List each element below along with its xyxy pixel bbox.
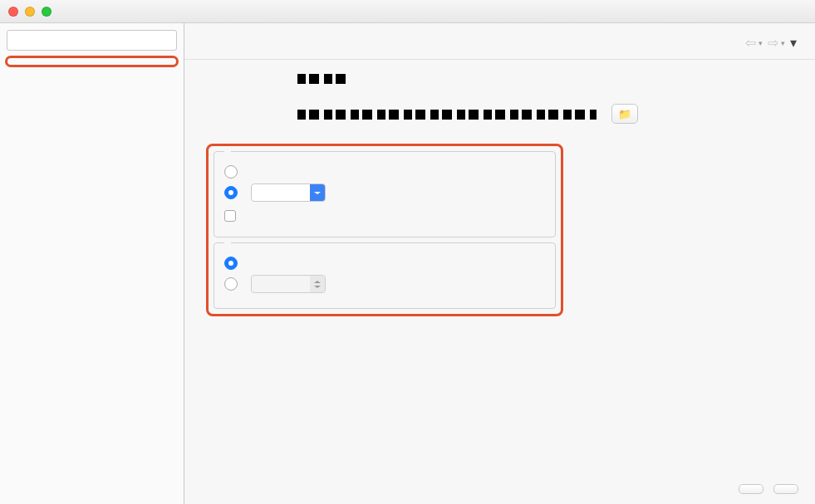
encoding-group: [214, 151, 556, 237]
updown-icon: [310, 276, 325, 292]
sidebar: [0, 23, 184, 504]
minimize-window-button[interactable]: [25, 7, 35, 17]
settings-highlight-box: [206, 144, 563, 316]
encoding-other-radio[interactable]: [224, 186, 238, 199]
titlebar: [0, 0, 815, 23]
apply-button[interactable]: [773, 484, 798, 494]
back-icon[interactable]: ⇦: [745, 35, 756, 51]
delimiter-group: [214, 242, 556, 309]
encoding-select[interactable]: [251, 183, 326, 202]
folder-arrow-icon: 📁: [618, 108, 631, 120]
chevron-down-icon: [310, 184, 325, 201]
restore-defaults-button[interactable]: [739, 484, 763, 494]
store-derived-checkbox[interactable]: [224, 210, 236, 222]
path-value: [297, 71, 347, 84]
location-value: [297, 108, 597, 120]
delimiter-select: [251, 275, 326, 293]
encoding-inherited-radio[interactable]: [224, 165, 238, 179]
filter-input[interactable]: [7, 30, 177, 51]
show-in-system-explorer-button[interactable]: 📁: [611, 104, 638, 124]
delimiter-other-radio[interactable]: [224, 277, 238, 291]
zoom-window-button[interactable]: [42, 7, 52, 17]
close-window-button[interactable]: [8, 7, 18, 17]
traffic-lights: [0, 7, 52, 17]
view-menu-icon[interactable]: ▾: [790, 35, 797, 51]
main-panel: ⇦▾ ⇨▾ ▾ 📁: [184, 23, 815, 504]
forward-menu-icon[interactable]: ▾: [781, 39, 785, 47]
delimiter-inherited-radio[interactable]: [224, 257, 238, 270]
forward-icon[interactable]: ⇨: [768, 35, 778, 51]
nav-arrows: ⇦▾ ⇨▾ ▾: [745, 35, 797, 51]
sidebar-highlight-box: [5, 56, 179, 67]
back-menu-icon[interactable]: ▾: [759, 39, 763, 47]
